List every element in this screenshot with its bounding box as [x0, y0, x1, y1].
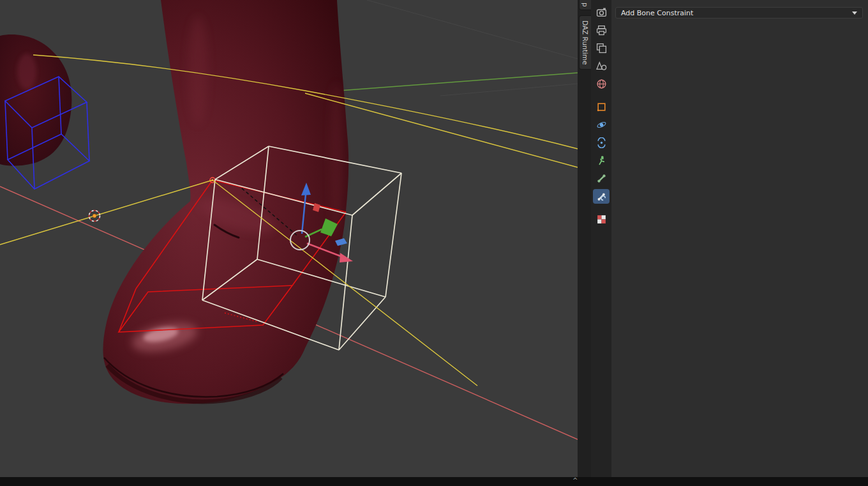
tab-render-properties[interactable] [593, 5, 610, 20]
tab-output-properties[interactable] [593, 23, 610, 38]
tab-scene-properties[interactable] [593, 59, 610, 73]
viewport-sidebar-tabs: p DAZ Runtime [578, 0, 591, 477]
object-square-icon [596, 102, 607, 112]
3d-viewport[interactable] [0, 0, 578, 477]
tab-bone-properties[interactable] [593, 171, 610, 186]
expand-header-chevron[interactable]: ^ [572, 476, 578, 485]
texture-checker-icon [596, 214, 607, 225]
collapsed-header-strip: ^ [0, 477, 868, 486]
bone-constraint-panel: Add Bone Constraint [611, 0, 868, 477]
blender-window: p DAZ Runtime [0, 0, 868, 486]
sidebar-tab-daz-runtime-label: DAZ Runtime [581, 20, 589, 65]
physics-orbit-icon [596, 119, 607, 130]
tab-bone-constraint-properties[interactable] [593, 189, 610, 204]
view-layer-images-icon [596, 43, 607, 54]
viewport-scene [0, 0, 578, 477]
tab-object-constraint-properties[interactable] [593, 135, 610, 150]
tab-physics-properties[interactable] [593, 118, 610, 132]
world-globe-icon [596, 79, 607, 89]
add-bone-constraint-label: Add Bone Constraint [621, 9, 848, 17]
tab-texture-properties[interactable] [593, 212, 610, 227]
properties-tab-bar [591, 0, 611, 477]
tab-object-data-properties[interactable] [593, 153, 610, 168]
output-printer-icon [596, 25, 607, 36]
render-camera-icon [596, 7, 607, 18]
scene-cone-sphere-icon [596, 61, 607, 72]
tab-object-properties[interactable] [593, 100, 610, 114]
sidebar-tab-partial[interactable]: p [579, 0, 591, 10]
chevron-down-icon [852, 11, 857, 15]
sidebar-tab-daz-runtime[interactable]: DAZ Runtime [579, 15, 591, 70]
tab-view-layer-properties[interactable] [593, 41, 610, 56]
tab-world-properties[interactable] [593, 77, 610, 91]
add-bone-constraint-dropdown[interactable]: Add Bone Constraint [615, 7, 863, 19]
sidebar-tab-partial-label: p [581, 3, 589, 7]
object-constraint-clamp-icon [596, 137, 607, 148]
bone-icon [596, 173, 607, 184]
armature-running-man-icon [596, 155, 607, 166]
bone-constraint-icon [596, 191, 607, 202]
